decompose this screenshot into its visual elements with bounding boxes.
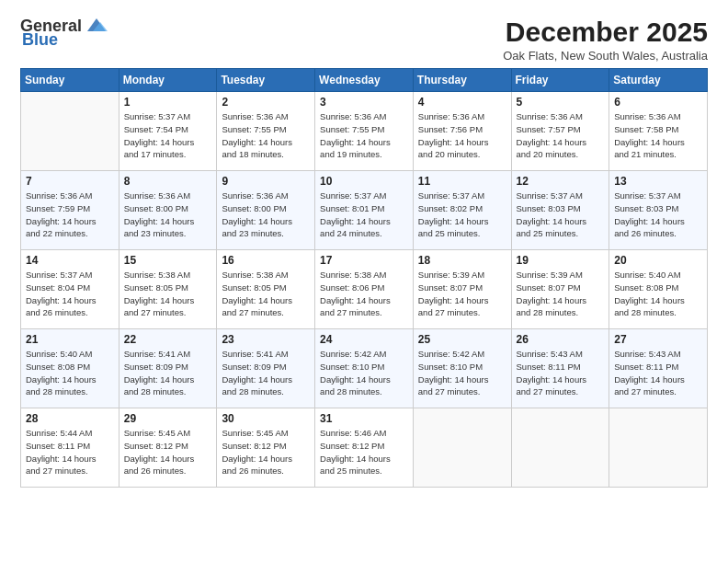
- day-info: Sunrise: 5:42 AMSunset: 8:10 PMDaylight:…: [418, 348, 506, 398]
- day-number: 16: [222, 254, 310, 267]
- day-number: 30: [222, 412, 310, 425]
- calendar-cell: 29Sunrise: 5:45 AMSunset: 8:12 PMDayligh…: [119, 408, 217, 488]
- weekday-header-sunday: Sunday: [21, 69, 119, 92]
- day-info: Sunrise: 5:43 AMSunset: 8:11 PMDaylight:…: [517, 348, 605, 398]
- calendar-cell: [511, 408, 609, 488]
- day-number: 22: [124, 333, 212, 346]
- day-number: 26: [517, 333, 605, 346]
- day-number: 25: [418, 333, 506, 346]
- calendar-cell: 20Sunrise: 5:40 AMSunset: 8:08 PMDayligh…: [609, 250, 708, 329]
- calendar-cell: 12Sunrise: 5:37 AMSunset: 8:03 PMDayligh…: [511, 171, 609, 250]
- calendar-cell: 27Sunrise: 5:43 AMSunset: 8:11 PMDayligh…: [609, 329, 708, 408]
- day-info: Sunrise: 5:40 AMSunset: 8:08 PMDaylight:…: [614, 269, 702, 319]
- calendar-cell: 7Sunrise: 5:36 AMSunset: 7:59 PMDaylight…: [21, 171, 119, 250]
- day-number: 18: [418, 254, 506, 267]
- calendar-cell: 14Sunrise: 5:37 AMSunset: 8:04 PMDayligh…: [21, 250, 119, 329]
- week-row-1: 1Sunrise: 5:37 AMSunset: 7:54 PMDaylight…: [21, 92, 708, 171]
- calendar-cell: 21Sunrise: 5:40 AMSunset: 8:08 PMDayligh…: [21, 329, 119, 408]
- day-info: Sunrise: 5:36 AMSunset: 7:59 PMDaylight:…: [26, 190, 114, 240]
- weekday-header-friday: Friday: [511, 69, 609, 92]
- calendar-cell: 4Sunrise: 5:36 AMSunset: 7:56 PMDaylight…: [413, 92, 511, 171]
- day-info: Sunrise: 5:36 AMSunset: 7:55 PMDaylight:…: [320, 110, 408, 161]
- day-number: 28: [26, 412, 114, 425]
- day-info: Sunrise: 5:40 AMSunset: 8:08 PMDaylight:…: [26, 348, 114, 398]
- location-title: Oak Flats, New South Wales, Australia: [503, 49, 708, 63]
- day-number: 15: [124, 254, 212, 267]
- day-info: Sunrise: 5:43 AMSunset: 8:11 PMDaylight:…: [614, 348, 702, 398]
- calendar-cell: 9Sunrise: 5:36 AMSunset: 8:00 PMDaylight…: [217, 171, 315, 250]
- day-number: 24: [320, 333, 408, 346]
- day-info: Sunrise: 5:44 AMSunset: 8:11 PMDaylight:…: [26, 427, 114, 477]
- calendar-cell: 3Sunrise: 5:36 AMSunset: 7:55 PMDaylight…: [315, 92, 414, 171]
- day-info: Sunrise: 5:37 AMSunset: 8:02 PMDaylight:…: [418, 190, 506, 240]
- day-number: 7: [26, 175, 114, 188]
- day-info: Sunrise: 5:37 AMSunset: 8:03 PMDaylight:…: [614, 190, 702, 240]
- calendar-cell: 13Sunrise: 5:37 AMSunset: 8:03 PMDayligh…: [609, 171, 708, 250]
- week-row-5: 28Sunrise: 5:44 AMSunset: 8:11 PMDayligh…: [21, 408, 708, 488]
- day-info: Sunrise: 5:37 AMSunset: 7:54 PMDaylight:…: [124, 110, 212, 161]
- day-info: Sunrise: 5:37 AMSunset: 8:04 PMDaylight:…: [26, 269, 114, 319]
- day-number: 27: [614, 333, 702, 346]
- calendar-cell: 1Sunrise: 5:37 AMSunset: 7:54 PMDaylight…: [119, 92, 217, 171]
- day-info: Sunrise: 5:36 AMSunset: 8:00 PMDaylight:…: [124, 190, 212, 240]
- day-info: Sunrise: 5:37 AMSunset: 8:01 PMDaylight:…: [320, 190, 408, 240]
- day-info: Sunrise: 5:37 AMSunset: 8:03 PMDaylight:…: [517, 190, 605, 240]
- day-number: 19: [517, 254, 605, 267]
- weekday-header-wednesday: Wednesday: [315, 69, 414, 92]
- day-number: 4: [418, 96, 506, 109]
- calendar-cell: [609, 408, 708, 488]
- calendar-cell: [21, 92, 119, 171]
- day-info: Sunrise: 5:41 AMSunset: 8:09 PMDaylight:…: [124, 348, 212, 398]
- page: General Blue December 2025 Oak Flats, Ne…: [0, 0, 728, 563]
- calendar-header: SundayMondayTuesdayWednesdayThursdayFrid…: [21, 69, 708, 92]
- day-number: 6: [614, 96, 702, 109]
- day-number: 9: [222, 175, 310, 188]
- day-info: Sunrise: 5:38 AMSunset: 8:05 PMDaylight:…: [124, 269, 212, 319]
- calendar-cell: 11Sunrise: 5:37 AMSunset: 8:02 PMDayligh…: [413, 171, 511, 250]
- day-number: 1: [124, 96, 212, 109]
- day-info: Sunrise: 5:46 AMSunset: 8:12 PMDaylight:…: [320, 427, 408, 477]
- calendar-cell: 24Sunrise: 5:42 AMSunset: 8:10 PMDayligh…: [315, 329, 414, 408]
- weekday-row: SundayMondayTuesdayWednesdayThursdayFrid…: [21, 69, 708, 92]
- calendar-body: 1Sunrise: 5:37 AMSunset: 7:54 PMDaylight…: [21, 92, 708, 488]
- day-number: 31: [320, 412, 408, 425]
- day-info: Sunrise: 5:39 AMSunset: 8:07 PMDaylight:…: [517, 269, 605, 319]
- logo-area: General Blue: [20, 17, 109, 50]
- calendar-cell: 19Sunrise: 5:39 AMSunset: 8:07 PMDayligh…: [511, 250, 609, 329]
- day-number: 23: [222, 333, 310, 346]
- weekday-header-thursday: Thursday: [413, 69, 511, 92]
- weekday-header-saturday: Saturday: [609, 69, 708, 92]
- calendar-cell: 25Sunrise: 5:42 AMSunset: 8:10 PMDayligh…: [413, 329, 511, 408]
- calendar-cell: 30Sunrise: 5:45 AMSunset: 8:12 PMDayligh…: [217, 408, 315, 488]
- header: General Blue December 2025 Oak Flats, Ne…: [20, 17, 708, 63]
- calendar-cell: 16Sunrise: 5:38 AMSunset: 8:05 PMDayligh…: [217, 250, 315, 329]
- day-number: 11: [418, 175, 506, 188]
- day-info: Sunrise: 5:39 AMSunset: 8:07 PMDaylight:…: [418, 269, 506, 319]
- week-row-3: 14Sunrise: 5:37 AMSunset: 8:04 PMDayligh…: [21, 250, 708, 329]
- week-row-4: 21Sunrise: 5:40 AMSunset: 8:08 PMDayligh…: [21, 329, 708, 408]
- day-info: Sunrise: 5:45 AMSunset: 8:12 PMDaylight:…: [222, 427, 310, 477]
- day-info: Sunrise: 5:36 AMSunset: 7:56 PMDaylight:…: [418, 110, 506, 161]
- day-info: Sunrise: 5:41 AMSunset: 8:09 PMDaylight:…: [222, 348, 310, 398]
- day-number: 3: [320, 96, 408, 109]
- logo-blue-text: Blue: [22, 30, 58, 50]
- day-info: Sunrise: 5:36 AMSunset: 7:57 PMDaylight:…: [517, 110, 605, 161]
- day-number: 2: [222, 96, 310, 109]
- calendar: SundayMondayTuesdayWednesdayThursdayFrid…: [20, 68, 708, 488]
- logo-icon: [84, 15, 109, 35]
- day-number: 17: [320, 254, 408, 267]
- calendar-cell: 2Sunrise: 5:36 AMSunset: 7:55 PMDaylight…: [217, 92, 315, 171]
- week-row-2: 7Sunrise: 5:36 AMSunset: 7:59 PMDaylight…: [21, 171, 708, 250]
- calendar-cell: 6Sunrise: 5:36 AMSunset: 7:58 PMDaylight…: [609, 92, 708, 171]
- calendar-cell: 26Sunrise: 5:43 AMSunset: 8:11 PMDayligh…: [511, 329, 609, 408]
- day-number: 14: [26, 254, 114, 267]
- day-number: 12: [517, 175, 605, 188]
- calendar-cell: 5Sunrise: 5:36 AMSunset: 7:57 PMDaylight…: [511, 92, 609, 171]
- day-info: Sunrise: 5:45 AMSunset: 8:12 PMDaylight:…: [124, 427, 212, 477]
- day-info: Sunrise: 5:38 AMSunset: 8:06 PMDaylight:…: [320, 269, 408, 319]
- calendar-cell: [413, 408, 511, 488]
- calendar-cell: 23Sunrise: 5:41 AMSunset: 8:09 PMDayligh…: [217, 329, 315, 408]
- day-number: 13: [614, 175, 702, 188]
- day-info: Sunrise: 5:36 AMSunset: 7:58 PMDaylight:…: [614, 110, 702, 161]
- weekday-header-monday: Monday: [119, 69, 217, 92]
